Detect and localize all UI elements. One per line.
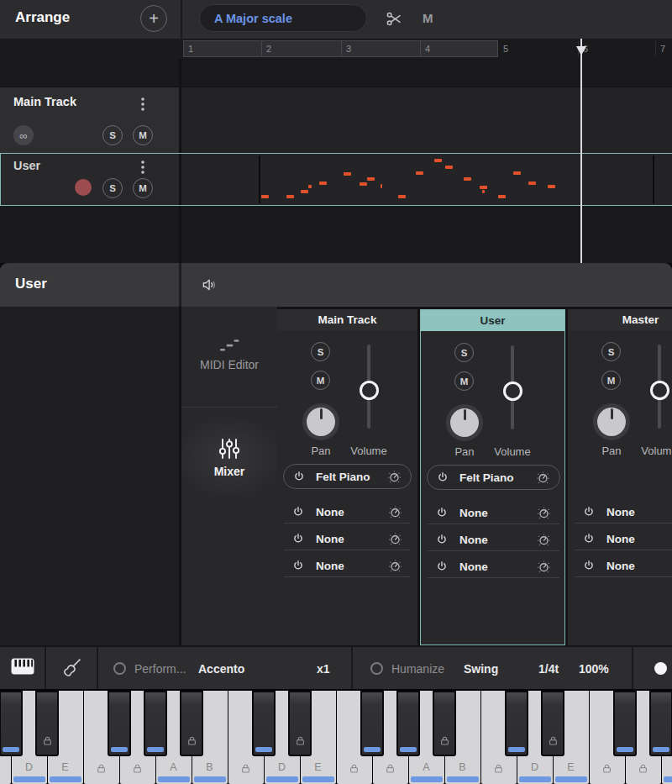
playhead[interactable] bbox=[580, 39, 582, 263]
pan-knob[interactable] bbox=[593, 403, 630, 440]
speaker-icon[interactable] bbox=[202, 278, 218, 292]
black-key[interactable] bbox=[252, 691, 276, 756]
black-key[interactable] bbox=[144, 691, 167, 756]
marker-m-label[interactable]: M bbox=[423, 11, 433, 25]
black-key[interactable] bbox=[541, 691, 564, 756]
strip-header[interactable]: Master bbox=[568, 309, 672, 330]
pan-knob[interactable] bbox=[302, 403, 339, 440]
slot-separator bbox=[575, 523, 672, 524]
kebab-menu-icon[interactable] bbox=[139, 97, 147, 112]
in-scale-strip bbox=[13, 776, 45, 782]
knob-dial-icon[interactable] bbox=[536, 471, 550, 485]
effect-slot[interactable]: None bbox=[427, 500, 560, 525]
strip-mute-button[interactable]: M bbox=[311, 371, 330, 390]
lock-icon bbox=[601, 763, 612, 774]
black-key[interactable] bbox=[288, 691, 312, 756]
humanize-rate[interactable]: 1/4t bbox=[538, 662, 559, 676]
strip-solo-button[interactable]: S bbox=[454, 343, 474, 362]
measure-number: 4 bbox=[425, 44, 430, 54]
mixer-strips: Main TrackSMPanVolumeFelt PianoNoneNoneN… bbox=[0, 307, 672, 645]
knob-dial-icon[interactable] bbox=[388, 532, 402, 546]
humanize-toggle[interactable] bbox=[370, 662, 383, 675]
humanize-amount[interactable]: 100% bbox=[579, 662, 609, 676]
knob-dial-icon[interactable] bbox=[537, 560, 551, 574]
perform-label: Perform... bbox=[134, 662, 186, 676]
bar-divider bbox=[632, 647, 633, 689]
black-key[interactable] bbox=[108, 691, 131, 756]
effect-slot-name: None bbox=[459, 507, 488, 519]
volume-slider-handle[interactable] bbox=[650, 381, 669, 400]
knob-dial-icon[interactable] bbox=[387, 470, 402, 484]
in-scale-strip bbox=[664, 776, 672, 782]
track-header-main[interactable]: Main Track ∞ S M bbox=[0, 87, 179, 154]
record-enable-dot[interactable] bbox=[75, 179, 92, 196]
effect-slot[interactable]: None bbox=[283, 499, 412, 524]
lock-icon bbox=[638, 763, 648, 774]
solo-button[interactable]: S bbox=[102, 178, 123, 198]
black-key[interactable] bbox=[649, 691, 672, 756]
solo-button[interactable]: S bbox=[102, 125, 123, 145]
scale-selector-pill[interactable]: A Major scale bbox=[199, 4, 367, 32]
mute-button[interactable]: M bbox=[133, 125, 153, 145]
track-header-user[interactable]: User S M bbox=[0, 154, 179, 205]
in-scale-strip bbox=[555, 776, 587, 782]
scissors-icon[interactable] bbox=[386, 10, 403, 28]
black-key[interactable] bbox=[433, 691, 456, 756]
track-lane-main[interactable] bbox=[181, 87, 672, 154]
effect-slot[interactable]: None bbox=[574, 499, 672, 524]
black-key[interactable] bbox=[613, 691, 637, 756]
record-button[interactable] bbox=[654, 662, 667, 675]
track-name: User bbox=[13, 159, 40, 172]
instrument-pill[interactable]: Felt Piano bbox=[427, 465, 560, 490]
perform-toggle[interactable] bbox=[113, 662, 126, 675]
knob-dial-icon[interactable] bbox=[537, 506, 551, 520]
knob-dial-icon[interactable] bbox=[388, 559, 402, 573]
track-row-user[interactable]: User S M bbox=[0, 154, 672, 205]
in-scale-strip bbox=[400, 747, 417, 752]
effect-slot[interactable]: None bbox=[427, 554, 560, 579]
strip-solo-button[interactable]: S bbox=[311, 342, 330, 361]
page-title: Arrange bbox=[15, 9, 70, 26]
effect-slot[interactable]: None bbox=[427, 527, 560, 552]
effect-slot[interactable]: None bbox=[283, 553, 412, 578]
volume-slider-handle[interactable] bbox=[360, 381, 379, 400]
black-key[interactable] bbox=[505, 691, 528, 756]
black-key[interactable] bbox=[360, 691, 384, 756]
add-button[interactable]: + bbox=[140, 5, 167, 32]
mute-button[interactable]: M bbox=[133, 178, 153, 198]
strip-solo-button[interactable]: S bbox=[601, 342, 621, 361]
strip-header[interactable]: User bbox=[421, 310, 564, 331]
lock-icon-wrap bbox=[337, 762, 372, 777]
instrument-pill[interactable]: Felt Piano bbox=[283, 464, 412, 489]
black-key[interactable] bbox=[35, 691, 59, 756]
knob-dial-icon[interactable] bbox=[388, 505, 402, 519]
volume-slider-handle[interactable] bbox=[503, 381, 522, 401]
knob-dial-icon[interactable] bbox=[537, 533, 551, 547]
black-key[interactable] bbox=[396, 691, 420, 756]
kebab-menu-icon[interactable] bbox=[139, 160, 147, 175]
perform-value[interactable]: Accento bbox=[198, 662, 244, 676]
track-row-main[interactable]: Main Track ∞ S M bbox=[0, 87, 672, 154]
keyboard-mode-button[interactable] bbox=[11, 658, 34, 675]
black-key[interactable] bbox=[180, 691, 203, 756]
effect-slot[interactable]: None bbox=[283, 526, 412, 551]
timeline-ruler[interactable]: 1234567 bbox=[0, 39, 672, 59]
effect-slot[interactable]: None bbox=[574, 526, 672, 551]
strip-mute-button[interactable]: M bbox=[454, 371, 474, 391]
arrange-area: Main Track ∞ S M User S M bbox=[0, 59, 672, 263]
measure-number: 7 bbox=[660, 44, 665, 54]
guitar-mode-button[interactable] bbox=[61, 656, 82, 679]
effect-slot-name: None bbox=[316, 506, 344, 518]
lock-icon-wrap bbox=[84, 762, 119, 777]
effect-slot[interactable]: None bbox=[574, 553, 672, 578]
strip-header[interactable]: Main Track bbox=[277, 309, 417, 330]
humanize-value[interactable]: Swing bbox=[464, 662, 498, 676]
midi-clip-region[interactable] bbox=[181, 154, 672, 205]
black-key[interactable] bbox=[0, 691, 23, 756]
pan-knob[interactable] bbox=[446, 404, 483, 441]
perform-multiplier[interactable]: x1 bbox=[317, 662, 330, 676]
playhead-handle-icon[interactable] bbox=[576, 46, 586, 55]
track-name: Main Track bbox=[13, 95, 76, 108]
strip-mute-button[interactable]: M bbox=[601, 371, 621, 390]
link-icon[interactable]: ∞ bbox=[13, 125, 34, 145]
